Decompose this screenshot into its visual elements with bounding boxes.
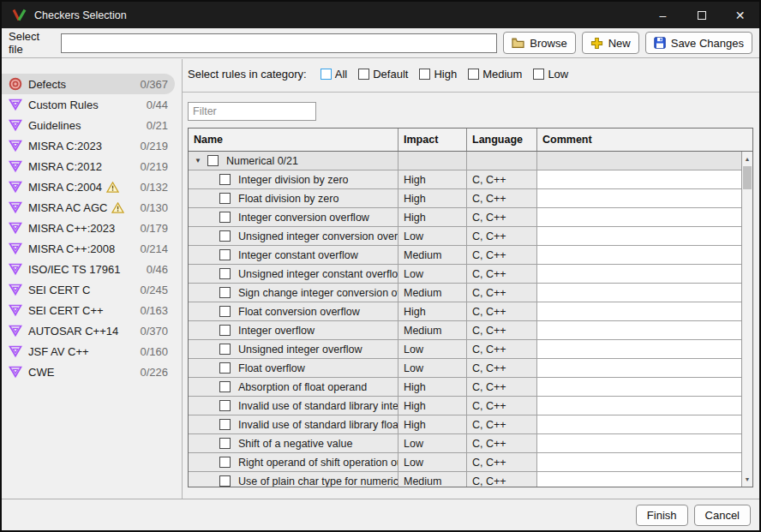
- rule-checkbox[interactable]: [219, 268, 231, 279]
- rule-row-right-operand-of-shift-operation-outside[interactable]: Right operand of shift operation outside…: [189, 453, 741, 472]
- sidebar-item-sei-cert-c++[interactable]: SEI CERT C++ 0/163: [2, 300, 175, 320]
- column-header-language[interactable]: Language: [467, 129, 537, 151]
- new-button[interactable]: New: [582, 32, 639, 54]
- rule-row-unsigned-integer-constant-overflow[interactable]: Unsigned integer constant overflow Low C…: [189, 265, 741, 284]
- rule-checkbox[interactable]: [219, 362, 231, 374]
- scroll-up-icon[interactable]: ▲: [742, 153, 752, 164]
- rule-comment-cell[interactable]: [537, 359, 741, 378]
- sidebar-item-sei-cert-c[interactable]: SEI CERT C 0/245: [2, 279, 175, 300]
- rule-comment-cell[interactable]: [537, 302, 741, 321]
- rule-row-float-division-by-zero[interactable]: Float division by zero High C, C++: [189, 189, 741, 208]
- finish-button[interactable]: Finish: [636, 505, 688, 526]
- checkbox-icon[interactable]: [358, 69, 369, 80]
- rule-checkbox[interactable]: [219, 193, 231, 204]
- sidebar-item-misra-c-2004[interactable]: MISRA C:2004 0/132: [2, 176, 175, 197]
- rule-row-shift-of-a-negative-value[interactable]: Shift of a negative value Low C, C++: [189, 434, 741, 453]
- rule-comment-cell[interactable]: [537, 472, 741, 487]
- rule-comment-cell[interactable]: [537, 453, 741, 472]
- rule-checkbox[interactable]: [219, 287, 231, 298]
- rule-checkbox[interactable]: [219, 344, 231, 355]
- category-checkbox-default[interactable]: Default: [358, 68, 408, 81]
- rule-impact: Low: [398, 359, 467, 378]
- category-checkbox-medium[interactable]: Medium: [468, 68, 522, 81]
- rule-comment-cell[interactable]: [537, 321, 741, 340]
- rule-comment-cell[interactable]: [537, 397, 741, 415]
- sidebar-item-misra-c-2012[interactable]: MISRA C:2012 0/219: [2, 156, 175, 176]
- close-button[interactable]: ✕: [721, 2, 759, 28]
- rule-row-unsigned-integer-conversion-overflow[interactable]: Unsigned integer conversion overflow Low…: [189, 227, 741, 246]
- rule-row-unsigned-integer-overflow[interactable]: Unsigned integer overflow Low C, C++: [189, 340, 741, 359]
- checkbox-icon[interactable]: [321, 69, 332, 80]
- rule-row-float-overflow[interactable]: Float overflow Low C, C++: [189, 359, 741, 378]
- rule-checkbox[interactable]: [219, 212, 231, 223]
- group-checkbox[interactable]: [207, 155, 219, 166]
- rule-checkbox[interactable]: [219, 457, 231, 468]
- sidebar-item-misra-ac-agc[interactable]: MISRA AC AGC 0/130: [2, 197, 175, 218]
- maximize-button[interactable]: [682, 2, 721, 28]
- category-checkbox-all[interactable]: All: [321, 68, 347, 81]
- rule-checkbox[interactable]: [219, 419, 231, 430]
- rule-row-sign-change-integer-conversion-overflow[interactable]: Sign change integer conversion overflow …: [189, 284, 741, 302]
- rule-row-integer-constant-overflow[interactable]: Integer constant overflow Medium C, C++: [189, 246, 741, 265]
- rule-checkbox[interactable]: [219, 174, 231, 185]
- rule-comment-cell[interactable]: [537, 189, 741, 208]
- vertical-scrollbar[interactable]: ▲ ▼: [741, 152, 752, 487]
- rule-language: C, C++: [467, 472, 537, 487]
- rule-comment-cell[interactable]: [537, 434, 741, 453]
- rule-row-invalid-use-of-standard-library-floating[interactable]: Invalid use of standard library floating…: [189, 415, 741, 434]
- sidebar-item-misra-c-2023[interactable]: MISRA C:2023 0/219: [2, 135, 175, 156]
- rule-comment-cell[interactable]: [537, 265, 741, 284]
- column-header-comment[interactable]: Comment: [537, 129, 752, 151]
- ruleset-triangle-icon: [9, 324, 22, 338]
- category-checkbox-low[interactable]: Low: [533, 68, 568, 81]
- rule-comment-cell[interactable]: [537, 284, 741, 302]
- sidebar-item-custom-rules[interactable]: Custom Rules 0/44: [2, 94, 175, 115]
- sidebar-item-defects[interactable]: Defects 0/367: [2, 74, 175, 94]
- browse-button[interactable]: Browse: [503, 32, 575, 54]
- rule-comment-cell[interactable]: [537, 340, 741, 359]
- rule-row-float-conversion-overflow[interactable]: Float conversion overflow High C, C++: [189, 302, 741, 321]
- save-changes-button[interactable]: Save Changes: [645, 32, 752, 54]
- checkbox-icon[interactable]: [419, 69, 430, 80]
- column-header-impact[interactable]: Impact: [398, 129, 467, 151]
- rule-row-absorption-of-float-operand[interactable]: Absorption of float operand High C, C++: [189, 378, 741, 397]
- rule-checkbox[interactable]: [219, 306, 231, 317]
- cancel-button[interactable]: Cancel: [694, 505, 751, 526]
- group-row-numerical[interactable]: ▼ Numerical 0/21: [189, 152, 741, 170]
- rule-checkbox[interactable]: [219, 230, 231, 242]
- scroll-down-icon[interactable]: ▼: [742, 474, 752, 485]
- rule-comment-cell[interactable]: [537, 227, 741, 246]
- rule-checkbox[interactable]: [219, 438, 231, 449]
- column-header-name[interactable]: Name: [189, 129, 398, 151]
- rule-comment-cell[interactable]: [537, 246, 741, 265]
- rule-comment-cell[interactable]: [537, 170, 741, 189]
- rule-comment-cell[interactable]: [537, 415, 741, 434]
- rule-checkbox[interactable]: [219, 325, 231, 336]
- sidebar-item-misra-c++-2023[interactable]: MISRA C++:2023 0/179: [2, 218, 175, 238]
- minimize-button[interactable]: –: [644, 2, 682, 28]
- rule-checkbox[interactable]: [219, 400, 231, 411]
- filter-input[interactable]: [188, 102, 316, 121]
- rule-checkbox[interactable]: [219, 381, 231, 392]
- sidebar-item-autosar-c++14[interactable]: AUTOSAR C++14 0/370: [2, 320, 175, 341]
- category-checkbox-high[interactable]: High: [419, 68, 457, 81]
- rule-checkbox[interactable]: [219, 249, 231, 260]
- checkbox-icon[interactable]: [533, 69, 544, 80]
- file-path-input[interactable]: [61, 33, 498, 53]
- rule-row-use-of-plain-char-type-for-numerical-val[interactable]: Use of plain char type for numerical val…: [189, 472, 741, 487]
- collapse-arrow-icon[interactable]: ▼: [195, 157, 201, 164]
- scrollbar-thumb[interactable]: [743, 166, 752, 189]
- sidebar-item-cwe[interactable]: CWE 0/226: [2, 362, 175, 382]
- sidebar-item-jsf-av-c++[interactable]: JSF AV C++ 0/160: [2, 341, 175, 362]
- rule-checkbox[interactable]: [219, 475, 231, 487]
- sidebar-item-guidelines[interactable]: Guidelines 0/21: [2, 115, 175, 135]
- rule-row-integer-division-by-zero[interactable]: Integer division by zero High C, C++: [189, 170, 741, 189]
- rule-comment-cell[interactable]: [537, 378, 741, 397]
- sidebar-item-misra-c++-2008[interactable]: MISRA C++:2008 0/214: [2, 238, 175, 259]
- checkbox-icon[interactable]: [468, 69, 479, 80]
- sidebar-item-iso-iec-ts-17961[interactable]: ISO/IEC TS 17961 0/46: [2, 259, 175, 279]
- rule-row-invalid-use-of-standard-library-integer-[interactable]: Invalid use of standard library integer …: [189, 397, 741, 415]
- rule-row-integer-overflow[interactable]: Integer overflow Medium C, C++: [189, 321, 741, 340]
- rule-comment-cell[interactable]: [537, 208, 741, 227]
- rule-row-integer-conversion-overflow[interactable]: Integer conversion overflow High C, C++: [189, 208, 741, 227]
